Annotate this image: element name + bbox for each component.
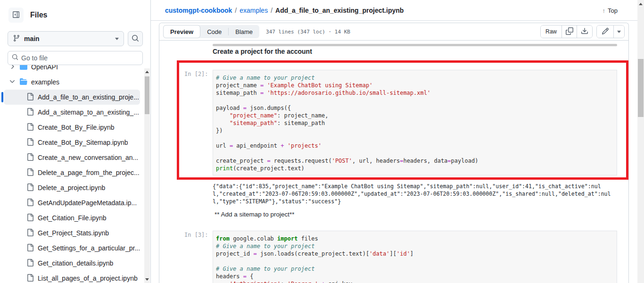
- tree-item-label: Get_citation_details.ipynb: [38, 259, 113, 267]
- section-heading: Create a project for the account: [213, 48, 312, 55]
- cell-prompt: In [2]:: [184, 71, 208, 77]
- chevron-right-icon: [8, 65, 16, 72]
- breadcrumb-separator: /: [232, 7, 239, 14]
- folder-open-icon: [20, 78, 27, 87]
- scrolled-cell-remnant: [213, 44, 617, 46]
- file-icon: [26, 93, 34, 102]
- tab-code[interactable]: Code: [200, 25, 228, 38]
- tree-item-label: Get_Citation_File.ipynb: [38, 214, 107, 222]
- tree-item-label: Create_a_new_conversation_an...: [38, 154, 138, 161]
- folder-icon: [20, 65, 27, 72]
- file-tree: OpenAPIexamplesAdd_a_file_to_an_existing…: [0, 65, 142, 283]
- breadcrumb-repo-link[interactable]: customgpt-cookbook: [165, 7, 232, 14]
- back-to-top-link[interactable]: ↑ Top: [603, 0, 618, 21]
- tree-file-getandupdatepagemetadata-ip-[interactable]: GetAndUpdatePageMetadata.ip...: [4, 195, 140, 210]
- up-arrow-icon: ↑: [603, 7, 606, 14]
- tree-file-get-citation-details-ipynb[interactable]: Get_citation_details.ipynb: [4, 256, 140, 271]
- tree-item-label: Create_Bot_By_File.ipynb: [38, 124, 115, 131]
- git-branch-icon: [13, 34, 20, 43]
- file-icon: [26, 108, 34, 117]
- tree-item-label: List_all_pages_of_a_project.ipynb: [38, 275, 138, 282]
- tree-folder-openapi[interactable]: OpenAPI: [4, 65, 140, 75]
- tree-item-label: OpenAPI: [31, 65, 58, 71]
- tree-file-add-a-sitemap-to-an-existing-[interactable]: Add_a_sitemap_to_an_existing_...: [4, 105, 140, 120]
- view-switcher: Preview Code Blame: [163, 25, 259, 38]
- file-icon: [26, 153, 34, 162]
- scroll-up-arrow-icon[interactable]: [639, 3, 643, 5]
- notebook-preview: Create a project for the account In [2]:…: [159, 41, 628, 283]
- page-scrollbar[interactable]: [637, 0, 644, 283]
- file-icon: [26, 274, 34, 283]
- file-toolbar: Preview Code Blame 347 lines (347 loc) ·…: [159, 23, 628, 41]
- tree-file-create-bot-by-sitemap-ipynb[interactable]: Create_Bot_By_Sitemap.ipynb: [4, 135, 140, 150]
- selected-accent-bar: [1, 92, 3, 102]
- pencil-icon: [602, 27, 609, 36]
- search-icon: [132, 34, 139, 43]
- edit-button[interactable]: [597, 25, 614, 38]
- tree-file-list-all-pages-of-a-project-ipynb[interactable]: List_all_pages_of_a_project.ipynb: [4, 271, 140, 283]
- file-icon: [26, 229, 34, 238]
- cell-prompt: In [3]:: [184, 232, 208, 238]
- file-icon: [26, 214, 34, 223]
- file-meta: 347 lines (347 loc) · 14 KB: [266, 29, 350, 35]
- download-button[interactable]: [577, 25, 592, 38]
- tree-file-delete-a-project-ipynb[interactable]: Delete_a_project.ipynb: [4, 180, 140, 195]
- tree-item-label: Get_Project_Stats.ipynb: [38, 229, 109, 237]
- page-scrollbar-thumb[interactable]: [638, 59, 644, 117]
- chevron-down-icon: [115, 38, 119, 40]
- markdown-paragraph: ** Add a sitemap to project**: [215, 211, 295, 218]
- file-tree-sidebar: Files main OpenAPIexamplesAdd_a_file_to_…: [0, 0, 151, 283]
- tree-file-get-citation-file-ipynb[interactable]: Get_Citation_File.ipynb: [4, 210, 140, 225]
- breadcrumb: customgpt-cookbook / examples / Add_a_fi…: [151, 0, 644, 21]
- tab-blame[interactable]: Blame: [229, 25, 259, 38]
- breadcrumb-dir-link[interactable]: examples: [239, 7, 268, 14]
- file-view-container: Preview Code Blame 347 lines (347 loc) ·…: [159, 23, 629, 283]
- file-icon: [26, 183, 34, 192]
- breadcrumb-separator: /: [268, 7, 275, 14]
- go-to-file-input[interactable]: [21, 54, 139, 62]
- file-icon: [26, 199, 34, 208]
- edit-dropdown-button[interactable]: [614, 25, 624, 38]
- tree-item-label: GetAndUpdatePageMetadata.ip...: [38, 199, 137, 207]
- tree-item-label: Create_Bot_By_Sitemap.ipynb: [38, 139, 128, 146]
- branch-selector[interactable]: main: [8, 31, 124, 46]
- file-icon: [26, 168, 34, 177]
- tree-folder-examples[interactable]: examples: [4, 75, 140, 90]
- chevron-down-icon: [617, 31, 621, 33]
- scroll-down-arrow-icon[interactable]: [145, 278, 149, 281]
- code-cell: from google.colab import files# Give a n…: [213, 231, 617, 283]
- tree-item-label: Delete_a_page_from_the_projec...: [38, 169, 140, 176]
- raw-actions-group: Raw: [540, 25, 593, 38]
- tree-item-label: Add_a_sitemap_to_an_existing_...: [38, 108, 139, 116]
- file-icon: [26, 244, 34, 253]
- back-to-top-label: Top: [608, 7, 618, 14]
- tree-file-create-a-new-conversation-an-[interactable]: Create_a_new_conversation_an...: [4, 150, 140, 165]
- tree-file-add-a-file-to-an-existing-proje-[interactable]: Add_a_file_to_an_existing_proje...: [4, 90, 140, 105]
- file-icon: [26, 123, 34, 132]
- tree-file-delete-a-page-from-the-projec-[interactable]: Delete_a_page_from_the_projec...: [4, 165, 140, 180]
- tree-file-create-bot-by-file-ipynb[interactable]: Create_Bot_By_File.ipynb: [4, 120, 140, 135]
- file-icon: [26, 259, 34, 268]
- tab-preview[interactable]: Preview: [163, 25, 200, 38]
- download-icon: [581, 27, 588, 36]
- sidebar-scrollbar-thumb[interactable]: [145, 76, 149, 114]
- tree-item-label: Delete_a_project.ipynb: [38, 184, 105, 191]
- code-cell: # Give a name to your projectproject_nam…: [213, 70, 617, 175]
- sidebar-scrollbar[interactable]: [144, 68, 150, 283]
- edit-actions-group: [596, 25, 625, 38]
- tree-item-label: examples: [31, 78, 59, 86]
- tree-item-label: Get_Settings_for_a_particular_pr...: [38, 244, 140, 252]
- raw-button[interactable]: Raw: [541, 25, 562, 38]
- cell-output: {"data":{"id":835,"project_name":"Exampl…: [213, 183, 611, 205]
- copy-icon: [566, 27, 573, 36]
- tree-file-get-settings-for-a-particular-pr-[interactable]: Get_Settings_for_a_particular_pr...: [4, 241, 140, 256]
- search-button[interactable]: [128, 31, 143, 46]
- branch-name: main: [24, 35, 111, 42]
- copy-file-button[interactable]: [562, 25, 577, 38]
- search-icon: [12, 54, 18, 62]
- chevron-down-icon: [8, 78, 16, 87]
- scroll-up-arrow-icon[interactable]: [145, 71, 149, 73]
- tree-file-get-project-stats-ipynb[interactable]: Get_Project_Stats.ipynb: [4, 225, 140, 241]
- collapse-sidebar-button[interactable]: [8, 8, 24, 23]
- go-to-file-field: [8, 51, 143, 65]
